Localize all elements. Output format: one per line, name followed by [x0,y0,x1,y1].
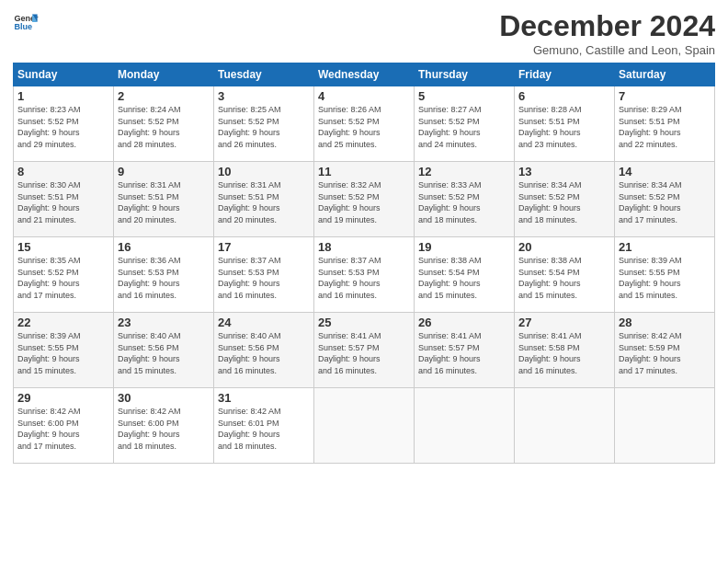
day-info: Sunrise: 8:42 AM Sunset: 6:01 PM Dayligh… [218,406,310,452]
day-number: 8 [17,165,109,178]
day-info: Sunrise: 8:27 AM Sunset: 5:52 PM Dayligh… [418,104,510,150]
calendar-cell: 19Sunrise: 8:38 AM Sunset: 5:54 PM Dayli… [415,237,515,313]
calendar-cell: 1Sunrise: 8:23 AM Sunset: 5:52 PM Daylig… [14,86,114,162]
col-thursday: Thursday [415,63,515,86]
day-number: 30 [118,391,210,405]
day-info: Sunrise: 8:26 AM Sunset: 5:52 PM Dayligh… [318,104,410,150]
calendar-cell: 31Sunrise: 8:42 AM Sunset: 6:01 PM Dayli… [214,388,314,464]
day-number: 22 [17,316,109,329]
header: General Blue December 2024 Gemuno, Casti… [13,9,715,57]
day-info: Sunrise: 8:40 AM Sunset: 5:56 PM Dayligh… [118,330,210,376]
week-row-1: 1Sunrise: 8:23 AM Sunset: 5:52 PM Daylig… [14,86,715,162]
day-number: 2 [118,89,210,103]
day-number: 28 [619,316,711,329]
calendar-cell: 11Sunrise: 8:32 AM Sunset: 5:52 PM Dayli… [314,162,415,237]
day-info: Sunrise: 8:28 AM Sunset: 5:51 PM Dayligh… [518,104,610,150]
day-info: Sunrise: 8:31 AM Sunset: 5:51 PM Dayligh… [218,179,310,225]
day-info: Sunrise: 8:33 AM Sunset: 5:52 PM Dayligh… [418,179,510,225]
calendar-cell: 12Sunrise: 8:33 AM Sunset: 5:52 PM Dayli… [415,162,515,237]
calendar-cell [314,388,415,464]
calendar-cell: 10Sunrise: 8:31 AM Sunset: 5:51 PM Dayli… [214,162,314,237]
month-title: December 2024 [499,9,715,43]
day-info: Sunrise: 8:23 AM Sunset: 5:52 PM Dayligh… [17,104,109,150]
col-monday: Monday [114,63,214,86]
calendar-cell: 4Sunrise: 8:26 AM Sunset: 5:52 PM Daylig… [314,86,415,162]
calendar-cell: 28Sunrise: 8:42 AM Sunset: 5:59 PM Dayli… [615,313,715,388]
calendar-cell: 24Sunrise: 8:40 AM Sunset: 5:56 PM Dayli… [214,313,314,388]
logo: General Blue [13,9,39,35]
day-number: 16 [118,240,210,254]
day-info: Sunrise: 8:38 AM Sunset: 5:54 PM Dayligh… [418,255,510,301]
col-wednesday: Wednesday [314,63,415,86]
logo-icon: General Blue [13,9,39,35]
calendar-cell: 9Sunrise: 8:31 AM Sunset: 5:51 PM Daylig… [114,162,214,237]
day-number: 14 [619,165,711,178]
day-info: Sunrise: 8:38 AM Sunset: 5:54 PM Dayligh… [518,255,610,301]
day-number: 24 [218,316,310,329]
calendar-cell: 2Sunrise: 8:24 AM Sunset: 5:52 PM Daylig… [114,86,214,162]
week-row-4: 22Sunrise: 8:39 AM Sunset: 5:55 PM Dayli… [14,313,715,388]
calendar-cell [515,388,615,464]
day-info: Sunrise: 8:32 AM Sunset: 5:52 PM Dayligh… [318,179,410,225]
header-row: Sunday Monday Tuesday Wednesday Thursday… [14,63,715,86]
day-info: Sunrise: 8:34 AM Sunset: 5:52 PM Dayligh… [518,179,610,225]
week-row-3: 15Sunrise: 8:35 AM Sunset: 5:52 PM Dayli… [14,237,715,313]
calendar-cell: 8Sunrise: 8:30 AM Sunset: 5:51 PM Daylig… [14,162,114,237]
page-container: General Blue December 2024 Gemuno, Casti… [0,0,728,471]
day-info: Sunrise: 8:41 AM Sunset: 5:58 PM Dayligh… [518,330,610,376]
day-number: 29 [17,391,109,405]
calendar-cell: 16Sunrise: 8:36 AM Sunset: 5:53 PM Dayli… [114,237,214,313]
calendar-cell: 6Sunrise: 8:28 AM Sunset: 5:51 PM Daylig… [515,86,615,162]
day-number: 13 [518,165,610,178]
day-number: 10 [218,165,310,178]
day-info: Sunrise: 8:42 AM Sunset: 6:00 PM Dayligh… [118,406,210,452]
day-info: Sunrise: 8:31 AM Sunset: 5:51 PM Dayligh… [118,179,210,225]
day-number: 23 [118,316,210,329]
day-info: Sunrise: 8:29 AM Sunset: 5:51 PM Dayligh… [619,104,711,150]
day-info: Sunrise: 8:35 AM Sunset: 5:52 PM Dayligh… [17,255,109,301]
calendar-cell [615,388,715,464]
calendar-cell: 15Sunrise: 8:35 AM Sunset: 5:52 PM Dayli… [14,237,114,313]
title-block: December 2024 Gemuno, Castille and Leon,… [499,9,715,57]
day-info: Sunrise: 8:24 AM Sunset: 5:52 PM Dayligh… [118,104,210,150]
svg-text:Blue: Blue [14,22,32,31]
day-number: 12 [418,165,510,178]
day-info: Sunrise: 8:42 AM Sunset: 6:00 PM Dayligh… [17,406,109,452]
day-number: 15 [17,240,109,254]
day-info: Sunrise: 8:37 AM Sunset: 5:53 PM Dayligh… [318,255,410,301]
col-tuesday: Tuesday [214,63,314,86]
calendar-cell: 5Sunrise: 8:27 AM Sunset: 5:52 PM Daylig… [415,86,515,162]
day-info: Sunrise: 8:34 AM Sunset: 5:52 PM Dayligh… [619,179,711,225]
day-number: 19 [418,240,510,254]
day-info: Sunrise: 8:42 AM Sunset: 5:59 PM Dayligh… [619,330,711,376]
day-number: 21 [619,240,711,254]
subtitle: Gemuno, Castille and Leon, Spain [499,43,715,57]
calendar-cell: 3Sunrise: 8:25 AM Sunset: 5:52 PM Daylig… [214,86,314,162]
calendar-cell: 17Sunrise: 8:37 AM Sunset: 5:53 PM Dayli… [214,237,314,313]
day-info: Sunrise: 8:30 AM Sunset: 5:51 PM Dayligh… [17,179,109,225]
day-info: Sunrise: 8:40 AM Sunset: 5:56 PM Dayligh… [218,330,310,376]
day-info: Sunrise: 8:36 AM Sunset: 5:53 PM Dayligh… [118,255,210,301]
day-number: 25 [318,316,410,329]
calendar-cell [415,388,515,464]
day-number: 1 [17,89,109,103]
day-number: 3 [218,89,310,103]
day-number: 27 [518,316,610,329]
day-info: Sunrise: 8:39 AM Sunset: 5:55 PM Dayligh… [619,255,711,301]
calendar-cell: 20Sunrise: 8:38 AM Sunset: 5:54 PM Dayli… [515,237,615,313]
day-number: 6 [518,89,610,103]
day-number: 5 [418,89,510,103]
calendar-cell: 21Sunrise: 8:39 AM Sunset: 5:55 PM Dayli… [615,237,715,313]
calendar-table: Sunday Monday Tuesday Wednesday Thursday… [13,63,715,464]
calendar-cell: 30Sunrise: 8:42 AM Sunset: 6:00 PM Dayli… [114,388,214,464]
calendar-cell: 26Sunrise: 8:41 AM Sunset: 5:57 PM Dayli… [415,313,515,388]
calendar-cell: 7Sunrise: 8:29 AM Sunset: 5:51 PM Daylig… [615,86,715,162]
day-number: 20 [518,240,610,254]
calendar-cell: 29Sunrise: 8:42 AM Sunset: 6:00 PM Dayli… [14,388,114,464]
day-info: Sunrise: 8:37 AM Sunset: 5:53 PM Dayligh… [218,255,310,301]
day-number: 18 [318,240,410,254]
col-friday: Friday [515,63,615,86]
calendar-cell: 23Sunrise: 8:40 AM Sunset: 5:56 PM Dayli… [114,313,214,388]
week-row-5: 29Sunrise: 8:42 AM Sunset: 6:00 PM Dayli… [14,388,715,464]
day-info: Sunrise: 8:41 AM Sunset: 5:57 PM Dayligh… [418,330,510,376]
